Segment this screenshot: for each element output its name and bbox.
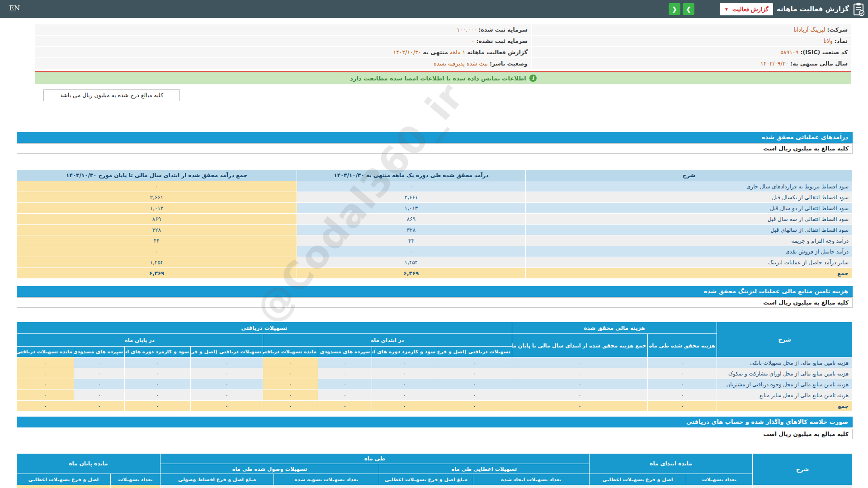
topbar: گزارش فعالیت ماهانه گزارش فعالیت ▼ ❯ ❮ E… (0, 0, 868, 18)
report-type-dropdown[interactable]: گزارش فعالیت ▼ (720, 3, 773, 15)
finance-cost-row: هزینه تامین منابع مالی از محل سایر منابع… (16, 390, 852, 401)
revenue-table-row: سایر درآمد حاصل از عملیات لیزینگ ۱,۴۵۴ ۱… (17, 257, 853, 268)
month-value: ۱,۴۵۴ (297, 257, 526, 268)
cell-value (110, 485, 160, 488)
col-end-future-interest: سود و کارمزد دوره های آتی (125, 347, 191, 357)
finance-cost-row: جمع ۰ ۰ ۰ ۰ ۰ ۰ ۰ ۰ ۰ ۰ (16, 401, 852, 412)
col-begin-future-interest: سود و کارمزد دوره های آتی (372, 347, 437, 357)
symbol-field: نماد: ولانا (532, 36, 851, 47)
cell-value: ۰ (191, 379, 263, 390)
language-switch-en[interactable]: EN (9, 4, 20, 12)
company-info-table: شرکت: لیزینگ آریادانا سرمایه ثبت شده: ۱۰… (35, 24, 851, 70)
col-begin-blocked-deposits: سپرده های مسدودی (318, 347, 372, 357)
cell-value: ۰ (512, 368, 648, 379)
cell-value: ۰ (318, 368, 372, 379)
col-end-balance: مانده تسهیلات دریافتی (16, 347, 74, 357)
group-begin-balance: مانده ابتدای ماه (590, 454, 753, 474)
cumulative-value: ۶,۳۶۹ (17, 268, 297, 279)
cell-value: ۰ (74, 368, 125, 379)
next-report-button[interactable]: ❯ (683, 3, 694, 15)
row-label: سود اقساط مربوط به قراردادهای سال جاری (526, 181, 853, 192)
col-collected-amount: مبلغ اصل و فرع اقساط وصولی (160, 474, 274, 485)
col-begin-principal: تسهیلات دریافتی (اصل و فرع) (437, 347, 512, 357)
revenue-table-row: سود اقساط انتقالی از سالهای قبل ۳۲۸ ۳۲۸ (17, 225, 853, 235)
clipboard-report-icon (853, 2, 864, 16)
col-settled-count: تعداد تسهیلات تسویه شده (274, 474, 379, 485)
cell-value (160, 485, 274, 488)
cell-value: ۰ (263, 390, 318, 401)
cell-value (274, 485, 379, 488)
finance-cost-row: هزینه تامین منابع مالی از محل وجوه دریاف… (16, 379, 852, 390)
col-granted-amount: مبلغ اصل و فرع تسهیلات اعطایی (379, 474, 473, 485)
cell-value: ۰ (437, 401, 512, 412)
cumulative-value: ۱,۴۵۴ (17, 257, 297, 268)
month-value: ۴۴ (297, 235, 526, 246)
registered-capital-field: سرمایه ثبت شده: ۱۰۰,۰۰۰ (35, 24, 531, 36)
page: گزارش فعالیت ماهانه گزارش فعالیت ▼ ❯ ❮ E… (0, 0, 868, 488)
prev-report-button[interactable]: ❮ (669, 3, 680, 15)
amounts-note-box: کلیه مبالغ درج شده به میلیون ریال می باش… (43, 89, 180, 101)
row-label: درآمد حاصل از فروش نقدی (526, 246, 853, 257)
group-end-month: در پایان ماه (16, 334, 263, 347)
finance-cost-table: شرح هزینه مالی محقق شده تسهیلات دریافتی … (16, 322, 853, 412)
revenue-table-row: سود اقساط انتقالی از سه سال قبل ۸۶۹ ۸۶۹ (17, 214, 853, 225)
cell-value: ۰ (263, 368, 318, 379)
cell-value: ۰ (125, 357, 191, 368)
cell-value: ۰ (318, 379, 372, 390)
cell-value: ۰ (191, 401, 263, 412)
goods-table: شرح مانده ابتدای ماه طی ماه مانده پایان … (16, 453, 853, 488)
month-value: ۲,۶۶۱ (297, 192, 526, 203)
cell-value (590, 485, 686, 488)
col-created-count: تعداد تسهیلات ایجاد شده (473, 474, 590, 485)
col-end-principal: اصل و فرع تسهیلات اعطایی (16, 474, 110, 485)
col-description: شرح (717, 322, 853, 357)
row-label: سود اقساط انتقالی از یکسال قبل (526, 192, 853, 203)
cell-value: ۰ (125, 379, 191, 390)
cell-value: ۰ (74, 357, 125, 368)
revenue-table-row: سود اقساط انتقالی از یکسال قبل ۲,۶۶۱ ۲,۶… (17, 192, 853, 203)
cell-value: ۰ (318, 357, 372, 368)
cell-value: ۰ (648, 379, 717, 390)
finance-cost-row: هزینه تامین منابع مالی از محل اوراق مشار… (16, 368, 852, 379)
cell-value: ۰ (16, 390, 74, 401)
month-value: ۸۶۹ (297, 214, 526, 225)
cell-value: ۰ (74, 379, 125, 390)
cell-value: ۰ (437, 357, 512, 368)
cell-value: ۰ (16, 379, 74, 390)
col-end-principal: تسهیلات دریافتی (اصل و فرع) (191, 347, 263, 357)
cell-value (686, 485, 753, 488)
col-begin-principal: اصل و فرع تسهیلات اعطایی (590, 474, 686, 485)
cell-value: ۰ (512, 390, 648, 401)
month-value: ۱,۰۱۳ (297, 203, 526, 214)
row-label: سایر درآمد حاصل از عملیات لیزینگ (526, 257, 853, 268)
isic-code-field: کد صنعت (ISIC): ۵۸۹۱۰۹ (532, 47, 851, 58)
revenue-section-note: کلیه مبالغ به میلیون ریال است (17, 143, 853, 154)
col-end-count: تعداد تسهیلات (110, 474, 160, 485)
revenue-table-row: درآمد حاصل از فروش نقدی ۰ ۰ (17, 246, 853, 257)
cell-value: ۰ (125, 401, 191, 412)
row-label (753, 485, 853, 488)
row-label: هزینه تامین منابع مالی از محل وجوه دریاف… (717, 379, 853, 390)
cell-value: ۰ (318, 390, 372, 401)
cell-value: ۰ (263, 379, 318, 390)
month-value: ۰ (297, 181, 526, 192)
revenue-table-row: درآمد وجه التزام و جریمه ۴۴ ۴۴ (17, 235, 853, 246)
cumulative-value: ۱,۰۱۳ (17, 203, 297, 214)
cell-value: ۰ (648, 368, 717, 379)
col-cost-month: هزینه محقق شده طی ماه (648, 334, 717, 357)
row-label: درآمد وجه التزام و جریمه (526, 235, 853, 246)
col-cumulative-revenue: جمع درآمد محقق شده از ابتدای سال مالی تا… (17, 170, 297, 181)
col-month-revenue: درآمد محقق شده طی دوره یک ماهه منتهی به … (297, 170, 526, 181)
cell-value: ۰ (372, 357, 437, 368)
col-cost-cumulative: جمع هزینه محقق شده از ابتدای سال مالی تا… (512, 334, 648, 357)
cell-value (379, 485, 473, 488)
group-begin-month: در ابتدای ماه (263, 334, 512, 347)
row-label: هزینه تامین منابع مالی از محل اوراق مشار… (717, 368, 853, 379)
company-field: شرکت: لیزینگ آریادانا (532, 24, 851, 36)
month-value: ۰ (297, 246, 526, 257)
cell-value: ۰ (437, 390, 512, 401)
cell-value: ۰ (16, 357, 74, 368)
revenue-table-row: سود اقساط مربوط به قراردادهای سال جاری ۰… (17, 181, 853, 192)
revenue-section-header: درآمدهای عملیاتی محقق شده (17, 132, 853, 143)
finance-cost-row: هزینه تامین منابع مالی از محل تسهیلات با… (16, 357, 852, 368)
